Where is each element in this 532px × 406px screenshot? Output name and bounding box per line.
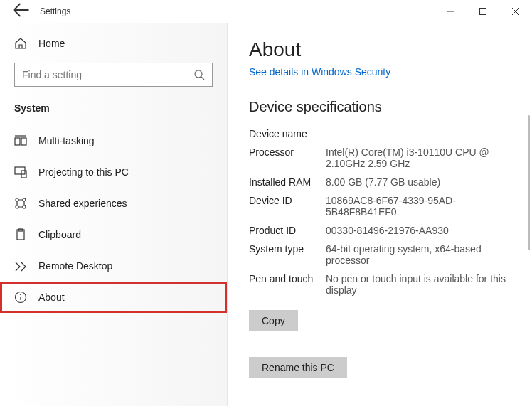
sidebar-item-label: Clipboard xyxy=(38,229,81,240)
sidebar-item-label: Projecting to this PC xyxy=(38,166,129,178)
titlebar: Settings xyxy=(0,0,532,23)
window-title: Settings xyxy=(40,6,70,16)
spec-row-system-type: System type 64-bit operating system, x64… xyxy=(249,243,528,266)
svg-point-12 xyxy=(23,198,26,201)
spec-label: Device ID xyxy=(249,195,326,218)
spec-value: 00330-81496-21976-AA930 xyxy=(326,225,528,236)
svg-point-13 xyxy=(16,205,18,208)
search-field[interactable] xyxy=(22,69,193,80)
spec-label: Installed RAM xyxy=(249,176,326,188)
spec-row-device-name: Device name xyxy=(249,128,528,139)
spec-label: Pen and touch xyxy=(249,273,326,296)
copy-button[interactable]: Copy xyxy=(249,310,298,331)
spec-value: 10869AC8-6F67-4339-95AD-5B48F8B41EF0 xyxy=(326,195,528,218)
arrow-left-icon xyxy=(13,1,30,18)
svg-rect-1 xyxy=(480,9,486,15)
spec-label: Processor xyxy=(249,146,326,169)
sidebar-item-projecting[interactable]: Projecting to this PC xyxy=(0,156,227,188)
rename-pc-button[interactable]: Rename this PC xyxy=(249,357,347,378)
spec-value: No pen or touch input is available for t… xyxy=(326,273,528,296)
sidebar-item-label: Multi-tasking xyxy=(38,135,95,146)
sidebar-item-shared[interactable]: Shared experiences xyxy=(0,188,227,219)
sidebar-item-label: Shared experiences xyxy=(38,198,127,209)
spec-row-device-id: Device ID 10869AC8-6F67-4339-95AD-5B48F8… xyxy=(249,195,528,218)
svg-point-14 xyxy=(23,205,26,208)
spec-value: 8.00 GB (7.77 GB usable) xyxy=(326,176,528,188)
multitasking-icon xyxy=(14,134,27,147)
scrollbar-thumb[interactable] xyxy=(528,115,530,250)
main-panel: About See details in Windows Security De… xyxy=(228,23,532,406)
spec-label: System type xyxy=(249,243,326,266)
sidebar-item-multitasking[interactable]: Multi-tasking xyxy=(0,125,227,156)
home-link[interactable]: Home xyxy=(0,31,227,55)
section-title: System xyxy=(0,100,227,125)
clipboard-icon xyxy=(14,228,27,241)
home-label: Home xyxy=(38,38,65,49)
sidebar-item-about[interactable]: About xyxy=(0,282,227,313)
close-button[interactable] xyxy=(499,0,532,23)
sidebar-item-label: About xyxy=(38,292,65,303)
minimize-button[interactable] xyxy=(434,0,467,23)
minimize-icon xyxy=(447,8,454,15)
about-icon xyxy=(14,291,27,304)
svg-line-5 xyxy=(201,77,204,80)
svg-point-19 xyxy=(21,294,21,295)
specs-heading: Device specifications xyxy=(249,99,528,115)
sidebar-item-remote[interactable]: Remote Desktop xyxy=(0,250,227,282)
svg-rect-6 xyxy=(15,138,20,145)
spec-row-product-id: Product ID 00330-81496-21976-AA930 xyxy=(249,225,528,236)
page-title: About xyxy=(249,38,528,61)
spec-value: Intel(R) Core(TM) i3-10110U CPU @ 2.10GH… xyxy=(326,146,528,169)
projecting-icon xyxy=(14,166,27,178)
spec-value: 64-bit operating system, x64-based proce… xyxy=(326,243,528,266)
security-link[interactable]: See details in Windows Security xyxy=(249,66,390,78)
spec-value xyxy=(326,128,528,139)
shared-icon xyxy=(14,197,27,210)
search-icon xyxy=(193,69,205,80)
svg-point-4 xyxy=(195,70,202,78)
svg-rect-7 xyxy=(21,138,26,145)
search-input[interactable] xyxy=(14,63,213,87)
back-button[interactable] xyxy=(13,1,30,21)
spec-row-ram: Installed RAM 8.00 GB (7.77 GB usable) xyxy=(249,176,528,188)
sidebar-item-clipboard[interactable]: Clipboard xyxy=(0,219,227,250)
svg-point-11 xyxy=(16,198,18,201)
spec-row-pen: Pen and touch No pen or touch input is a… xyxy=(249,273,528,296)
spec-label: Product ID xyxy=(249,225,326,236)
spec-row-processor: Processor Intel(R) Core(TM) i3-10110U CP… xyxy=(249,146,528,169)
sidebar: Home System Multi-tasking Projecting to … xyxy=(0,23,228,406)
spec-label: Device name xyxy=(249,128,326,139)
close-icon xyxy=(512,8,519,15)
sidebar-item-label: Remote Desktop xyxy=(38,260,112,272)
window-controls xyxy=(434,0,532,23)
remote-icon xyxy=(14,260,27,272)
maximize-button[interactable] xyxy=(467,0,499,23)
maximize-icon xyxy=(479,8,486,15)
home-icon xyxy=(14,37,27,50)
